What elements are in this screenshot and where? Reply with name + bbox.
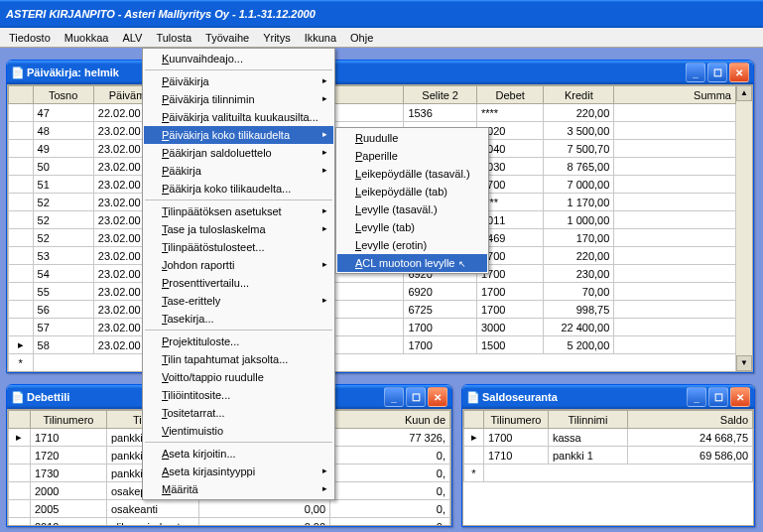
menu-yritys[interactable]: Yritys [256,30,298,46]
maximize-button[interactable]: ☐ [707,63,727,82]
menu-item[interactable]: Tositetarrat... [144,404,333,422]
menu-item[interactable]: Pääkirja [144,162,333,180]
minimize-button[interactable]: _ [686,63,705,82]
menu-item[interactable]: Tiliöintitosite... [144,386,333,404]
col-tilinnimi[interactable]: Tilinnimi [549,411,628,429]
menu-item[interactable]: Vientimuistio [144,422,333,440]
col-summa[interactable]: Summa [614,86,736,104]
menu-item[interactable]: Aseta kirjasintyyppi [144,463,333,480]
window-saldoseuranta: 📄 Saldoseuranta _ ☐ ✕ Tilinumero Tilinni… [461,384,755,527]
scroll-down-icon[interactable]: ▼ [736,355,752,371]
menu-tiedosto[interactable]: Tiedosto [2,30,58,46]
menu-työvaihe[interactable]: Työvaihe [198,30,256,46]
menu-item[interactable]: Päiväkirja valituilta kuukausilta... [144,108,333,126]
col-debet[interactable]: Debet [476,86,543,104]
menu-item[interactable]: Johdon raportti [144,256,333,274]
workspace: 📄 Päiväkirja: helmik _ ☐ ✕ Tosno Päivämä… [0,48,763,532]
menu-tulosta[interactable]: Tulosta [149,30,198,46]
col-kredit[interactable]: Kredit [544,86,614,104]
saldoseuranta-table[interactable]: Tilinumero Tilinnimi Saldo ▸1700kassa24 … [463,410,753,482]
maximize-button[interactable]: ☐ [406,387,426,407]
menu-item[interactable]: Leikepöydälle (tasaväl.) [337,165,487,183]
menu-item[interactable]: Tilin tapahtumat jaksolta... [144,350,333,368]
menu-ikkuna[interactable]: Ikkuna [298,30,343,46]
paivakirja-tilikaudelta-submenu[interactable]: RuudullePaperilleLeikepöydälle (tasaväl.… [335,127,489,274]
menu-item[interactable]: Tilinpäätöksen asetukset [144,202,333,220]
menu-item[interactable]: Aseta kirjoitin... [144,445,333,463]
menu-alv[interactable]: ALV [115,30,149,46]
table-row[interactable]: 2005osakeanti0,000, [9,500,450,518]
col-saldo[interactable]: Saldo [628,411,753,429]
saldoseuranta-titlebar[interactable]: 📄 Saldoseuranta _ ☐ ✕ [462,385,754,409]
menu-item[interactable]: Levylle (tasaväl.) [337,200,487,218]
app-title: ASTERI KIRJANPITO - Asteri Malliyritys O… [6,8,316,20]
table-row[interactable]: 5523.02.00t (ALV 22% br6920170070,00 [9,283,736,301]
col-tilinumero[interactable]: Tilinumero [30,411,106,429]
menu-muokkaa[interactable]: Muokkaa [58,30,116,46]
table-row[interactable]: 4722.02.00oston ALV-osuus1536****220,00 [9,104,736,122]
menu-ohje[interactable]: Ohje [343,30,380,46]
menubar[interactable]: TiedostoMuokkaaALVTulostaTyövaiheYritysI… [0,28,763,48]
table-row[interactable]: 1710pankki 169 586,00 [464,447,753,465]
maximize-button[interactable]: ☐ [708,387,728,407]
table-row[interactable]: ▸5823.02.00maksu170015005 200,00 [9,336,736,354]
doc-icon: 📄 [11,66,25,79]
close-button[interactable]: ✕ [730,387,750,407]
menu-item[interactable]: Tasekirja... [144,310,333,328]
menu-item[interactable]: Päiväkirja koko tilikaudelta [144,126,333,144]
col-sel2[interactable]: Selite 2 [404,86,477,104]
col-kuunde[interactable]: Kuun de [330,411,450,429]
menu-item[interactable]: Päiväkirja [144,72,333,90]
menu-item[interactable]: Tase-erittely [144,292,333,310]
minimize-button[interactable]: _ [687,387,706,407]
tulosta-menu[interactable]: Kuunvaihdeajo...PäiväkirjaPäiväkirja til… [142,48,335,500]
table-row[interactable]: 2010ylikurssirahasto0,000, [9,518,450,527]
doc-icon: 📄 [466,391,480,404]
menu-item[interactable]: Projektituloste... [144,332,333,350]
menu-item[interactable]: Pääkirjan saldoluettelo [144,144,333,162]
saldoseuranta-title: Saldoseuranta [480,391,687,403]
menu-item[interactable]: ACL muotoon levylle ↖ [337,254,487,272]
menu-item[interactable]: Levylle (erotin) [337,236,487,254]
close-button[interactable]: ✕ [428,387,447,407]
minimize-button[interactable]: _ [384,387,404,407]
paivakirja-title: Päiväkirja: helmik [25,66,686,78]
table-row[interactable]: 5623.02.00huolto67251700998,75 [9,301,736,319]
main-titlebar: ASTERI KIRJANPITO - Asteri Malliyritys O… [0,0,763,28]
table-row[interactable]: 5723.02.00to Ab laskutus (t1700300022 40… [9,319,736,336]
paivakirja-titlebar[interactable]: 📄 Päiväkirja: helmik _ ☐ ✕ [7,61,753,84]
menu-item[interactable]: Paperille [337,147,487,165]
doc-icon: 📄 [11,391,25,404]
close-button[interactable]: ✕ [729,63,749,82]
menu-item[interactable]: Levylle (tab) [337,218,487,236]
menu-item[interactable]: Päiväkirja tilinnimin [144,90,333,108]
col-tosno[interactable]: Tosno [33,86,93,104]
col-tilinumero[interactable]: Tilinumero [484,411,549,429]
menu-item[interactable]: Määritä [144,480,333,498]
menu-item[interactable]: Leikepöydälle (tab) [337,183,487,200]
menu-item[interactable]: Tilinpäätöstulosteet... [144,238,333,256]
menu-item[interactable]: Voitto/tappio ruudulle [144,368,333,386]
table-row[interactable]: ▸1700kassa24 668,75 [464,429,753,447]
menu-item[interactable]: Kuunvaihdeajo... [144,50,333,67]
menu-item[interactable]: Tase ja tuloslaskelma [144,220,333,238]
menu-item[interactable]: Ruudulle [337,129,487,147]
scrollbar-v[interactable]: ▲ ▼ [736,85,752,371]
menu-item[interactable]: Pääkirja koko tilikaudelta... [144,180,333,198]
menu-item[interactable]: Prosenttivertailu... [144,274,333,292]
scroll-up-icon[interactable]: ▲ [736,85,752,101]
